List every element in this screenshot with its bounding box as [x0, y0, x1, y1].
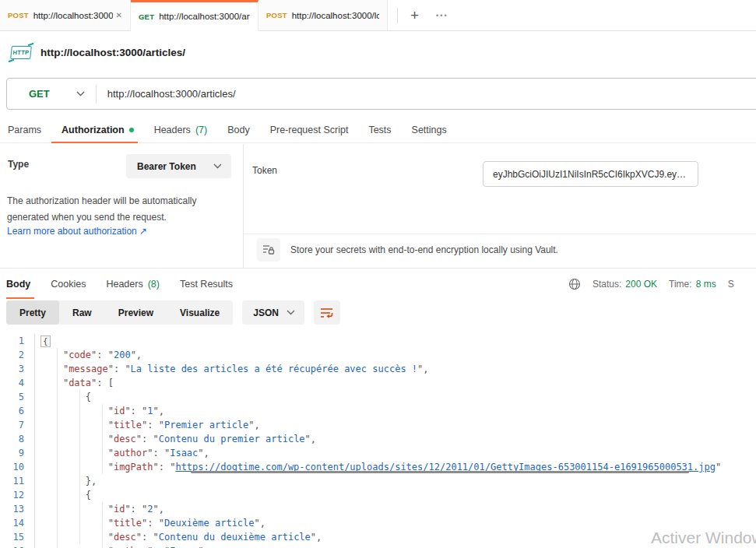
- code-line: 11 },: [0, 474, 756, 488]
- vault-message: Store your secrets with end-to-end encry…: [290, 244, 558, 255]
- line-number: 14: [0, 516, 35, 530]
- code-line: 1{: [0, 334, 756, 348]
- auth-type-dropdown[interactable]: Bearer Token: [126, 154, 231, 178]
- chevron-down-icon: [287, 310, 295, 315]
- code-line: 12 {: [0, 488, 756, 502]
- vault-banner: Store your secrets with end-to-end encry…: [257, 238, 756, 262]
- request-tab-2-active[interactable]: GET http://localhost:3000/arti: [131, 0, 258, 30]
- auth-configured-dot: [129, 128, 134, 132]
- token-input[interactable]: [483, 161, 698, 187]
- auth-type-value: Bearer Token: [137, 161, 196, 172]
- network-globe-icon[interactable]: [568, 278, 581, 290]
- tab-url: http://localhost:3000/lo: [292, 11, 379, 20]
- code-line: 15 "desc": "Contenu du deuxième article"…: [0, 530, 756, 544]
- auth-type-pane: Type Bearer Token The authorization head…: [0, 144, 244, 268]
- code-line: 5 {: [0, 390, 756, 404]
- line-number: 5: [0, 390, 35, 404]
- auth-token-pane: Token Store your secrets with end-to-end…: [244, 144, 756, 268]
- tab-params[interactable]: Params: [8, 117, 51, 142]
- divider: [397, 8, 398, 23]
- tab-url: http://localhost:3000/arti: [159, 12, 250, 21]
- postman-window: POST http://localhost:3000 ✕ GET http://…: [0, 0, 756, 548]
- url-input[interactable]: [97, 88, 756, 100]
- line-number: 6: [0, 404, 35, 418]
- wrap-lines-button[interactable]: [314, 300, 340, 325]
- horizontal-scrollbar-thumb[interactable]: [191, 471, 689, 473]
- size-badge: S: [728, 279, 734, 290]
- line-number: 3: [0, 362, 35, 376]
- tab-body[interactable]: Body: [217, 117, 260, 142]
- code-line: 7 "title": "Premier article",: [0, 418, 756, 432]
- authorization-panel: Type Bearer Token The authorization head…: [0, 144, 756, 269]
- code-line: 3 "message": "La liste des articles a ét…: [0, 362, 756, 376]
- line-number: 4: [0, 376, 35, 390]
- format-value: JSON: [253, 307, 279, 318]
- code-line: 2 "code": "200",: [0, 348, 756, 362]
- fold-toggle-icon[interactable]: {: [40, 335, 51, 347]
- token-label: Token: [252, 165, 277, 176]
- code-line: 9 "author": "Isaac",: [0, 446, 756, 460]
- chevron-down-icon: [213, 163, 222, 169]
- line-number: 9: [0, 446, 35, 460]
- method-badge-post: POST: [266, 11, 287, 19]
- line-number: 2: [0, 348, 35, 362]
- windows-activation-watermark: Activer Windows: [651, 529, 756, 547]
- type-label: Type: [8, 159, 29, 170]
- tab-settings[interactable]: Settings: [402, 117, 457, 142]
- chevron-down-icon: [76, 91, 85, 97]
- tab-url: http://localhost:3000: [33, 11, 113, 20]
- method-value: GET: [29, 88, 50, 100]
- url-bar: GET: [6, 78, 756, 110]
- time-badge: Time:8 ms: [669, 279, 716, 290]
- request-title-row: HTTP http://localhost:3000/articles/: [0, 31, 756, 74]
- request-tab-1[interactable]: POST http://localhost:3000 ✕: [0, 0, 131, 30]
- response-meta: Status:200 OK Time:8 ms S: [568, 269, 734, 298]
- more-options-icon[interactable]: •••: [428, 12, 455, 19]
- response-body-viewer[interactable]: 1{2 "code": "200",3 "message": "La liste…: [0, 330, 756, 548]
- view-mode-preview[interactable]: Preview: [105, 300, 167, 325]
- line-number: 10: [0, 460, 35, 474]
- method-badge-get: GET: [139, 12, 154, 21]
- format-dropdown[interactable]: JSON: [242, 300, 304, 325]
- tab-headers[interactable]: Headers(7): [144, 117, 218, 142]
- request-subtabs: Params Authorization Headers(7) Body Pre…: [0, 117, 756, 143]
- method-dropdown[interactable]: GET: [7, 88, 96, 100]
- line-number: 16: [0, 544, 35, 548]
- line-number: 8: [0, 432, 35, 446]
- line-number: 15: [0, 530, 35, 544]
- response-toolbar: Pretty Raw Preview Visualize JSON: [6, 300, 340, 325]
- method-badge-post: POST: [8, 11, 29, 19]
- tab-pre-request-script[interactable]: Pre-request Script: [260, 117, 359, 142]
- request-tab-bar: POST http://localhost:3000 ✕ GET http://…: [0, 0, 756, 31]
- indent-guide: [79, 390, 80, 544]
- view-mode-raw[interactable]: Raw: [59, 300, 105, 325]
- code-line: 8 "desc": "Contenu du premier article",: [0, 432, 756, 446]
- response-tab-cookies[interactable]: Cookies: [40, 269, 96, 298]
- response-tab-test-results[interactable]: Test Results: [170, 269, 243, 298]
- code-line: 16 "author": "Isaac",: [0, 544, 756, 548]
- code-line: 13 "id": "2",: [0, 502, 756, 516]
- line-number: 13: [0, 502, 35, 516]
- response-header: Body Cookies Headers(8) Test Results Sta…: [0, 269, 756, 298]
- new-tab-button[interactable]: +: [401, 7, 428, 24]
- response-tab-body[interactable]: Body: [6, 269, 40, 298]
- learn-more-link[interactable]: Learn more about authorization ↗: [7, 226, 147, 237]
- vault-icon: [257, 238, 280, 262]
- response-tab-headers[interactable]: Headers(8): [96, 269, 170, 298]
- close-icon[interactable]: ✕: [116, 11, 122, 19]
- wrap-lines-icon: [320, 307, 334, 318]
- request-tab-3[interactable]: POST http://localhost:3000/lo: [258, 0, 388, 30]
- indent-guide: [57, 348, 58, 548]
- line-number: 12: [0, 488, 35, 502]
- view-mode-segmented-control: Pretty Raw Preview Visualize: [6, 300, 233, 325]
- auth-help-text: The authorization header will be automat…: [7, 193, 196, 226]
- request-title: http://localhost:3000/articles/: [40, 47, 185, 58]
- tab-authorization[interactable]: Authorization: [51, 117, 144, 142]
- http-request-icon: HTTP: [10, 46, 32, 59]
- indent-guide: [102, 404, 103, 474]
- tab-tests[interactable]: Tests: [358, 117, 401, 142]
- view-mode-pretty[interactable]: Pretty: [6, 300, 59, 325]
- code-line: 4 "data": [: [0, 376, 756, 390]
- view-mode-visualize[interactable]: Visualize: [167, 300, 233, 325]
- divider: [244, 234, 756, 234]
